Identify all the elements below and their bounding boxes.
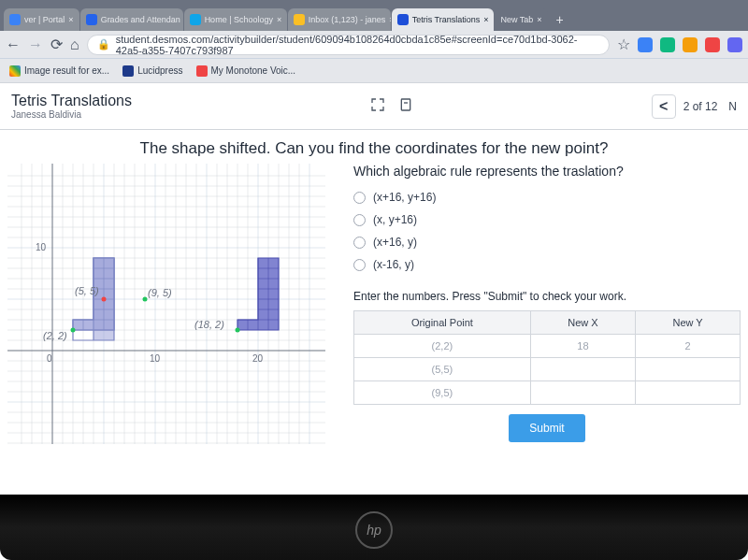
close-icon[interactable]: × (389, 15, 390, 24)
question-title: The shape shifted. Can you find the coor… (0, 130, 748, 164)
cell-newy[interactable]: 2 (636, 334, 741, 357)
point-label-9-5: (9, 5) (148, 287, 172, 298)
table-row: (9,5) (354, 381, 741, 404)
back-icon[interactable]: ← (6, 36, 21, 53)
option-2[interactable]: (x, y+16) (353, 208, 741, 231)
instruction-text: Enter the numbers. Press "Submit" to che… (353, 289, 741, 305)
calculator-icon[interactable] (398, 97, 413, 116)
option-label: (x-16, y) (373, 258, 414, 271)
close-icon[interactable]: × (483, 15, 488, 24)
prev-button[interactable]: < (652, 94, 676, 119)
answer-table: Original Point New X New Y (2,2) 18 2 (5… (353, 310, 741, 405)
bookmark-label: Lucidpress (137, 65, 182, 76)
extension-icon[interactable] (660, 37, 675, 52)
svg-point-84 (102, 297, 107, 302)
tab-portal[interactable]: ver | Portal× (4, 8, 79, 31)
radio-icon (353, 192, 366, 204)
laptop-bezel: hp (0, 495, 748, 560)
reload-icon[interactable]: ⟳ (50, 36, 63, 53)
svg-point-83 (71, 328, 76, 333)
col-original: Original Point (354, 310, 531, 334)
new-tab-button[interactable]: + (549, 8, 571, 31)
lucid-icon (122, 65, 134, 77)
youtube-icon (196, 65, 208, 77)
bookmark-label: My Monotone Voic... (211, 65, 296, 76)
star-icon[interactable]: ☆ (617, 36, 630, 53)
option-1[interactable]: (x+16, y+16) (353, 186, 741, 208)
hp-logo-icon: hp (355, 511, 393, 549)
cell-newx[interactable] (530, 381, 635, 404)
svg-text:10: 10 (36, 242, 47, 252)
svg-text:0: 0 (47, 353, 52, 364)
cell-newy[interactable] (636, 381, 741, 404)
browser-tab-strip: ver | Portal× Grades and Attendan× Home … (0, 0, 748, 31)
nav-bar: ← → ⟳ ⌂ 🔒 student.desmos.com/activitybui… (0, 31, 748, 59)
globe-icon (9, 14, 21, 25)
point-label-2-2: (2, 2) (43, 330, 67, 341)
option-label: (x, y+16) (373, 213, 417, 226)
bookmark-label: Image result for ex... (24, 65, 109, 76)
submit-button[interactable]: Submit (509, 414, 584, 442)
close-icon[interactable]: × (277, 15, 281, 24)
point-label-18-2: (18, 2) (194, 319, 224, 330)
tab-label: New Tab (500, 15, 533, 24)
lock-icon: 🔒 (97, 38, 110, 50)
extension-icon[interactable] (705, 37, 720, 52)
next-label: N (728, 100, 737, 113)
close-icon[interactable]: × (68, 15, 73, 24)
tab-grades[interactable]: Grades and Attendan× (80, 8, 183, 31)
url-text: student.desmos.com/activitybuilder/stude… (116, 34, 599, 56)
url-input[interactable]: 🔒 student.desmos.com/activitybuilder/stu… (87, 35, 610, 55)
student-name: Janessa Baldivia (11, 109, 132, 120)
favicon-icon (294, 14, 305, 25)
tab-label: Tetris Translations (412, 15, 481, 24)
cell-newx[interactable] (530, 357, 635, 381)
option-4[interactable]: (x-16, y) (353, 253, 741, 276)
svg-point-86 (236, 328, 240, 333)
extension-icon[interactable] (683, 37, 698, 52)
col-newx: New X (530, 310, 635, 334)
page-title: Tetris Translations (11, 93, 132, 109)
table-row: (5,5) (354, 357, 741, 381)
cell-newx[interactable]: 18 (530, 334, 635, 357)
extension-icon[interactable] (727, 37, 742, 52)
tab-tetris-active[interactable]: Tetris Translations× (392, 8, 495, 31)
bookmark-monotone[interactable]: My Monotone Voic... (196, 65, 296, 77)
fullscreen-icon[interactable] (370, 97, 385, 116)
coordinate-grid[interactable]: (2, 2) (5, 5) (9, 5) (18, 2) 0 10 20 10 (7, 164, 325, 444)
radio-icon (353, 259, 366, 271)
forward-icon[interactable]: → (28, 36, 43, 53)
svg-text:20: 20 (252, 353, 264, 364)
option-label: (x+16, y+16) (373, 191, 436, 204)
svg-rect-0 (401, 99, 410, 110)
favicon-icon (397, 14, 409, 25)
extension-icon[interactable] (638, 37, 653, 52)
sub-question: Which algebraic rule represents the tras… (353, 164, 741, 179)
pager-text: 2 of 12 (683, 100, 718, 113)
app-header: Tetris Translations Janessa Baldivia < 2… (0, 83, 748, 130)
bookmark-image-result[interactable]: Image result for ex... (9, 65, 109, 77)
table-row: (2,2) 18 2 (354, 334, 741, 357)
favicon-icon (190, 14, 201, 25)
favicon-icon (86, 14, 97, 25)
tab-schoology[interactable]: Home | Schoology× (184, 8, 287, 31)
radio-icon (353, 214, 366, 226)
tab-label: Grades and Attendan (101, 15, 180, 24)
close-icon[interactable]: × (537, 15, 541, 24)
tab-label: Inbox (1,123) - janes (309, 15, 386, 24)
option-label: (x+16, y) (373, 236, 417, 249)
google-icon (9, 65, 21, 77)
home-icon[interactable]: ⌂ (70, 36, 79, 53)
option-3[interactable]: (x+16, y) (353, 231, 741, 253)
tab-new[interactable]: New Tab× (495, 8, 547, 31)
svg-point-85 (143, 297, 148, 302)
tab-label: Home | Schoology (205, 15, 273, 24)
svg-text:10: 10 (150, 353, 161, 364)
radio-icon (353, 237, 366, 249)
col-newy: New Y (636, 310, 741, 334)
tab-label: ver | Portal (24, 15, 65, 24)
tab-inbox[interactable]: Inbox (1,123) - janes× (288, 8, 391, 31)
bookmarks-bar: Image result for ex... Lucidpress My Mon… (0, 59, 748, 83)
cell-newy[interactable] (636, 357, 741, 381)
bookmark-lucidpress[interactable]: Lucidpress (122, 65, 182, 77)
